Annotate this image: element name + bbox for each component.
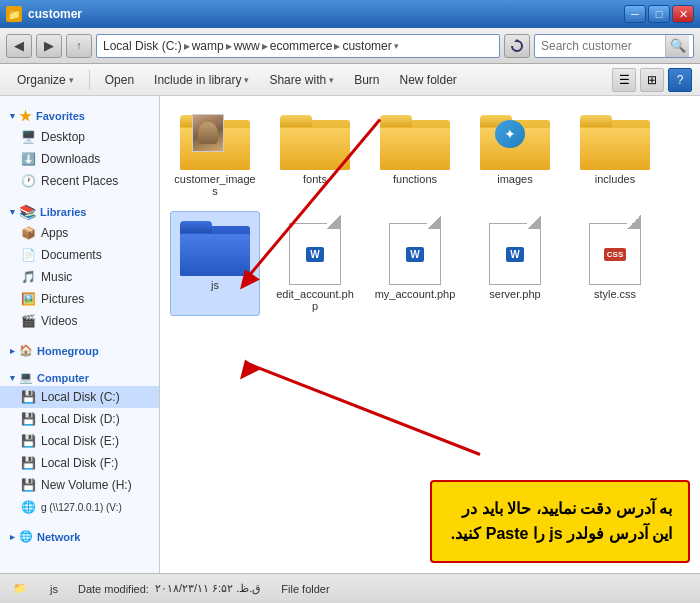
- status-folder-icon-container: 📁: [10, 581, 30, 597]
- recent-places-icon: 🕐: [20, 173, 36, 189]
- view-details-button[interactable]: ☰: [612, 68, 636, 92]
- sidebar-item-drive-v[interactable]: 🌐 g (\\127.0.0.1) (V:): [0, 496, 159, 518]
- drive-v-icon: 🌐: [20, 499, 36, 515]
- svg-line-3: [250, 365, 480, 455]
- folder-label-fonts: fonts: [303, 173, 327, 185]
- annotation-line1: به آدرس دقت نمایید، حالا باید در: [448, 496, 672, 522]
- css-file-icon-style: CSS: [585, 215, 645, 285]
- file-item-functions[interactable]: functions: [370, 106, 460, 201]
- status-date-label: Date modified:: [78, 583, 149, 595]
- homegroup-section: ▸ 🏠 Homegroup: [0, 340, 159, 359]
- view-icons-button[interactable]: ⊞: [640, 68, 664, 92]
- file-label-edit-account: edit_account.php: [274, 288, 356, 312]
- window-icon: 📁: [6, 6, 22, 22]
- network-section: ▸ 🌐 Network: [0, 526, 159, 545]
- window-controls: ─ □ ✕: [624, 5, 694, 23]
- sidebar-item-videos[interactable]: 🎬 Videos: [0, 310, 159, 332]
- include-library-button[interactable]: Include in library ▾: [145, 68, 258, 92]
- file-item-js[interactable]: js: [170, 211, 260, 316]
- drive-h-icon: 💾: [20, 477, 36, 493]
- libraries-folder-icon: 📚: [19, 204, 36, 220]
- libraries-header[interactable]: ▾ 📚 Libraries: [0, 200, 159, 222]
- favorites-section: ▾ ★ Favorites 🖥️ Desktop ⬇️ Downloads 🕐 …: [0, 104, 159, 192]
- homegroup-header[interactable]: ▸ 🏠 Homegroup: [0, 340, 159, 359]
- burn-button[interactable]: Burn: [345, 68, 388, 92]
- title-bar: 📁 customer ─ □ ✕: [0, 0, 700, 28]
- favorites-star-icon: ★: [19, 108, 32, 124]
- folder-label-functions: functions: [393, 173, 437, 185]
- path-dropdown-icon: ▾: [394, 41, 399, 51]
- folder-label-customer-images: customer_images: [174, 173, 256, 197]
- share-arrow: ▾: [329, 75, 334, 85]
- sidebar-item-downloads[interactable]: ⬇️ Downloads: [0, 148, 159, 170]
- share-with-button[interactable]: Share with ▾: [260, 68, 343, 92]
- computer-header[interactable]: ▾ 💻 Computer: [0, 367, 159, 386]
- folder-icon-images: ✦: [480, 110, 550, 170]
- address-path[interactable]: Local Disk (C:) ▸ wamp ▸ www ▸ ecommerce…: [96, 34, 500, 58]
- file-item-style-css[interactable]: CSS style.css: [570, 211, 660, 316]
- file-item-includes[interactable]: includes: [570, 106, 660, 201]
- toolbar: Organize ▾ Open Include in library ▾ Sha…: [0, 64, 700, 96]
- sidebar-item-pictures[interactable]: 🖼️ Pictures: [0, 288, 159, 310]
- file-label-my-account: my_account.php: [375, 288, 456, 300]
- help-button[interactable]: ?: [668, 68, 692, 92]
- folder-icon-includes: [580, 110, 650, 170]
- sidebar-item-drive-f[interactable]: 💾 Local Disk (F:): [0, 452, 159, 474]
- folder-label-images: images: [497, 173, 532, 185]
- sidebar-item-drive-e[interactable]: 💾 Local Disk (E:): [0, 430, 159, 452]
- favorites-header[interactable]: ▾ ★ Favorites: [0, 104, 159, 126]
- back-button[interactable]: ◀: [6, 34, 32, 58]
- file-item-edit-account[interactable]: W edit_account.php: [270, 211, 360, 316]
- sidebar-item-desktop[interactable]: 🖥️ Desktop: [0, 126, 159, 148]
- refresh-icon: [510, 39, 524, 53]
- sidebar-item-documents[interactable]: 📄 Documents: [0, 244, 159, 266]
- file-item-server[interactable]: W server.php: [470, 211, 560, 316]
- sidebar-item-recent[interactable]: 🕐 Recent Places: [0, 170, 159, 192]
- main-area: ▾ ★ Favorites 🖥️ Desktop ⬇️ Downloads 🕐 …: [0, 96, 700, 573]
- file-item-fonts[interactable]: fonts: [270, 106, 360, 201]
- sidebar-item-drive-h[interactable]: 💾 New Volume (H:): [0, 474, 159, 496]
- apps-icon: 📦: [20, 225, 36, 241]
- sidebar-item-music[interactable]: 🎵 Music: [0, 266, 159, 288]
- network-header[interactable]: ▸ 🌐 Network: [0, 526, 159, 545]
- music-icon: 🎵: [20, 269, 36, 285]
- file-item-my-account[interactable]: W my_account.php: [370, 211, 460, 316]
- drive-f-icon: 💾: [20, 455, 36, 471]
- libraries-section: ▾ 📚 Libraries 📦 Apps 📄 Documents 🎵 Music…: [0, 200, 159, 332]
- sidebar-item-drive-d[interactable]: 💾 Local Disk (D:): [0, 408, 159, 430]
- minimize-button[interactable]: ─: [624, 5, 646, 23]
- path-wamp: wamp: [192, 39, 224, 53]
- forward-button[interactable]: ▶: [36, 34, 62, 58]
- status-folder-icon: 📁: [10, 581, 30, 597]
- computer-icon: 💻: [19, 371, 33, 384]
- folder-icon-js: [180, 216, 250, 276]
- window-title: customer: [28, 7, 624, 21]
- open-button[interactable]: Open: [96, 68, 143, 92]
- new-folder-button[interactable]: New folder: [391, 68, 466, 92]
- search-button[interactable]: 🔍: [665, 35, 689, 57]
- sidebar-item-drive-c[interactable]: 💾 Local Disk (C:): [0, 386, 159, 408]
- homegroup-icon: 🏠: [19, 344, 33, 357]
- organize-button[interactable]: Organize ▾: [8, 68, 83, 92]
- organize-arrow: ▾: [69, 75, 74, 85]
- file-item-customer-images[interactable]: customer_images: [170, 106, 260, 201]
- close-button[interactable]: ✕: [672, 5, 694, 23]
- drive-d-icon: 💾: [20, 411, 36, 427]
- path-customer: customer: [342, 39, 391, 53]
- file-label-style-css: style.css: [594, 288, 636, 300]
- status-type-label: File folder: [281, 583, 329, 595]
- maximize-button[interactable]: □: [648, 5, 670, 23]
- toolbar-view-controls: ☰ ⊞ ?: [612, 68, 692, 92]
- search-box[interactable]: 🔍: [534, 34, 694, 58]
- sidebar-item-apps[interactable]: 📦 Apps: [0, 222, 159, 244]
- search-input[interactable]: [535, 39, 665, 53]
- annotation-line2: این آدرس فولدر js را Paste کنید.: [448, 521, 672, 547]
- libraries-expand-icon: ▾: [10, 207, 15, 217]
- php-file-icon-edit-account: W: [285, 215, 345, 285]
- svg-marker-4: [240, 360, 260, 380]
- file-label-server: server.php: [489, 288, 540, 300]
- up-button[interactable]: ↑: [66, 34, 92, 58]
- refresh-button[interactable]: [504, 34, 530, 58]
- downloads-icon: ⬇️: [20, 151, 36, 167]
- file-item-images[interactable]: ✦ images: [470, 106, 560, 201]
